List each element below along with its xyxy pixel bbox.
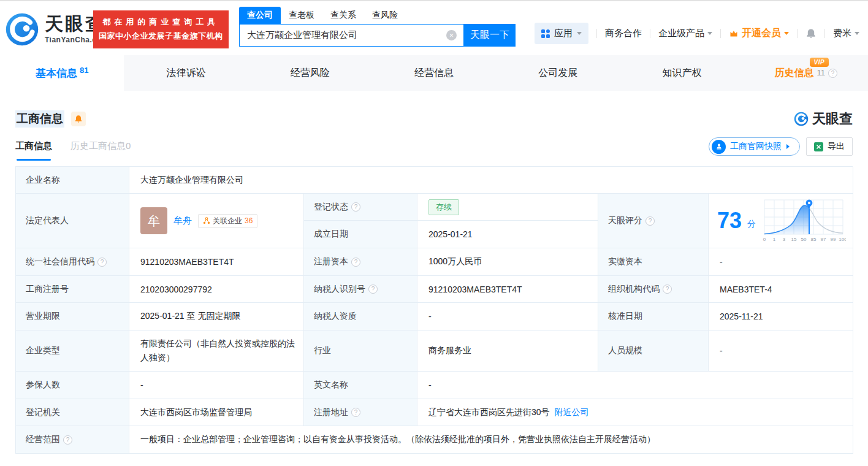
help-icon[interactable] bbox=[368, 285, 378, 294]
svg-text:85: 85 bbox=[811, 237, 817, 242]
nearby-companies-link[interactable]: 附近公司 bbox=[555, 407, 589, 418]
field-label-english-name: 英文名称 bbox=[304, 372, 417, 399]
help-icon[interactable] bbox=[63, 435, 72, 445]
field-value-establish-date: 2025-01-21 bbox=[417, 221, 598, 248]
help-icon[interactable] bbox=[351, 258, 360, 267]
field-value-reg-authority: 大连市西岗区市场监督管理局 bbox=[129, 399, 304, 426]
crown-icon bbox=[729, 29, 739, 39]
field-label-business-scope: 经营范围 bbox=[16, 426, 129, 454]
help-icon[interactable] bbox=[97, 258, 107, 267]
field-label-uscc: 统一社会信用代码 bbox=[16, 248, 129, 276]
tab-label: 法律诉讼 bbox=[166, 67, 205, 80]
help-icon[interactable] bbox=[828, 69, 837, 78]
vip-badge: VIP bbox=[810, 58, 829, 67]
svg-text:99: 99 bbox=[831, 237, 836, 242]
field-label-score: 天眼评分 bbox=[598, 194, 709, 248]
tab-label: 基本信息 bbox=[36, 66, 77, 80]
clear-icon[interactable] bbox=[446, 30, 457, 40]
header-menu: 应用 商务合作 企业级产品 开通会员 费米 bbox=[535, 23, 859, 44]
search-button[interactable]: 天眼一下 bbox=[464, 24, 516, 47]
menu-user[interactable]: 费米 bbox=[833, 28, 859, 39]
menu-divider bbox=[596, 29, 597, 38]
field-value-uscc: 91210203MAEB3TET4T bbox=[129, 248, 304, 276]
notification-bell-icon[interactable] bbox=[805, 28, 817, 39]
menu-divider bbox=[797, 29, 798, 38]
legal-rep-name-link[interactable]: 牟舟 bbox=[173, 215, 192, 227]
banner-line2: 国家中小企业发展子基金旗下机构 bbox=[99, 29, 223, 44]
business-info-table: 企业名称 大连万颛企业管理有限公司 法定代表人 牟 牟舟 关联企业 36 bbox=[15, 166, 853, 454]
chevron-down-icon bbox=[577, 32, 582, 37]
field-value-insured-count: - bbox=[129, 372, 304, 399]
field-value-reg-status: 存续 bbox=[417, 194, 598, 221]
network-icon bbox=[203, 217, 210, 224]
help-icon[interactable] bbox=[645, 216, 655, 226]
chevron-down-icon bbox=[784, 32, 789, 37]
menu-enterprise-products[interactable]: 企业级产品 bbox=[658, 28, 712, 39]
search-tab-relation[interactable]: 查关系 bbox=[322, 7, 364, 24]
tab-history-info[interactable]: VIP 历史信息 11 bbox=[744, 55, 868, 91]
help-icon[interactable] bbox=[663, 285, 672, 294]
menu-vip[interactable]: 开通会员 bbox=[729, 27, 789, 40]
menu-cooperation[interactable]: 商务合作 bbox=[605, 28, 642, 39]
field-value-company-name: 大连万颛企业管理有限公司 bbox=[129, 167, 853, 194]
official-snapshot-button[interactable]: 工商官网快照 bbox=[709, 137, 800, 156]
svg-text:97: 97 bbox=[821, 237, 826, 242]
snapshot-button-label: 工商官网快照 bbox=[730, 141, 782, 152]
search-tab-risk[interactable]: 查风险 bbox=[364, 7, 406, 24]
company-nav-tabs: 基本信息 81 法律诉讼 经营风险 经营信息 公司发展 知识产权 VIP 历史信… bbox=[0, 55, 868, 91]
field-value-paid-capital: - bbox=[709, 248, 853, 276]
tab-count: 81 bbox=[80, 66, 88, 75]
field-value-industry: 商务服务业 bbox=[417, 330, 598, 372]
field-value-reg-number: 210203000297792 bbox=[129, 276, 304, 303]
username-label: 费米 bbox=[833, 28, 851, 39]
subtab-history-business-info[interactable]: 历史工商信息0 bbox=[70, 140, 131, 161]
tab-label: 经营信息 bbox=[414, 67, 454, 80]
tab-basic-info[interactable]: 基本信息 81 bbox=[0, 55, 124, 91]
field-label-taxpayer-id: 纳税人识别号 bbox=[304, 276, 417, 303]
chevron-down-icon bbox=[707, 32, 712, 37]
tab-legal-proceedings[interactable]: 法律诉讼 bbox=[124, 55, 248, 91]
tab-intellectual-property[interactable]: 知识产权 bbox=[620, 55, 744, 91]
search-tab-company[interactable]: 查公司 bbox=[239, 7, 281, 24]
field-label-reg-status: 登记状态 bbox=[304, 194, 417, 221]
field-label-reg-capital: 注册资本 bbox=[304, 248, 417, 276]
svg-text:3: 3 bbox=[783, 237, 786, 242]
menu-divider bbox=[720, 29, 721, 38]
tab-company-development[interactable]: 公司发展 bbox=[496, 55, 620, 91]
subtab-business-info[interactable]: 工商信息 bbox=[15, 140, 52, 161]
related-companies-badge[interactable]: 关联企业 36 bbox=[198, 214, 257, 228]
apps-menu-button[interactable]: 应用 bbox=[535, 23, 588, 44]
svg-text:15: 15 bbox=[791, 237, 797, 242]
top-divider bbox=[0, 0, 868, 1]
field-label-approval-date: 核准日期 bbox=[598, 303, 709, 330]
apps-menu-label: 应用 bbox=[554, 28, 573, 39]
tab-label: 知识产权 bbox=[663, 67, 702, 80]
field-label-business-term: 营业期限 bbox=[16, 303, 129, 330]
field-label-establish-date: 成立日期 bbox=[304, 221, 417, 248]
tab-label: 历史信息 bbox=[775, 67, 814, 80]
status-badge: 存续 bbox=[428, 199, 459, 215]
field-value-business-scope: 一般项目：企业总部管理；企业管理咨询；以自有资金从事投资活动。（除依法须经批准的… bbox=[129, 426, 853, 454]
search-input[interactable]: 大连万颛企业管理有限公司 bbox=[239, 24, 464, 47]
site-header: 天眼查 TianYanCha.com 都在用的商业查询工具 国家中小企业发展子基… bbox=[0, 7, 868, 55]
enterprise-products-label: 企业级产品 bbox=[658, 28, 704, 39]
field-label-legal-rep: 法定代表人 bbox=[16, 194, 129, 248]
tab-operating-info[interactable]: 经营信息 bbox=[372, 55, 496, 91]
field-value-score: 73 分 bbox=[709, 194, 853, 248]
svg-text:100: 100 bbox=[839, 237, 846, 242]
help-icon[interactable] bbox=[351, 408, 360, 417]
subscribe-bell-icon[interactable] bbox=[71, 112, 86, 126]
help-icon[interactable] bbox=[351, 202, 360, 212]
field-label-reg-authority: 登记机关 bbox=[16, 399, 129, 426]
field-label-company-type: 企业类型 bbox=[16, 330, 129, 372]
banner-line1: 都在用的商业查询工具 bbox=[99, 15, 223, 29]
tab-operating-risk[interactable]: 经营风险 bbox=[248, 55, 372, 91]
search-tab-boss[interactable]: 查老板 bbox=[281, 7, 322, 24]
legal-rep-avatar[interactable]: 牟 bbox=[140, 207, 167, 234]
tab-label: 经营风险 bbox=[291, 67, 330, 80]
excel-icon bbox=[814, 142, 823, 151]
search-input-value: 大连万颛企业管理有限公司 bbox=[247, 29, 357, 41]
export-button[interactable]: 导出 bbox=[806, 137, 853, 156]
arrow-right-icon bbox=[786, 144, 792, 149]
field-value-legal-rep: 牟 牟舟 关联企业 36 bbox=[129, 194, 304, 248]
